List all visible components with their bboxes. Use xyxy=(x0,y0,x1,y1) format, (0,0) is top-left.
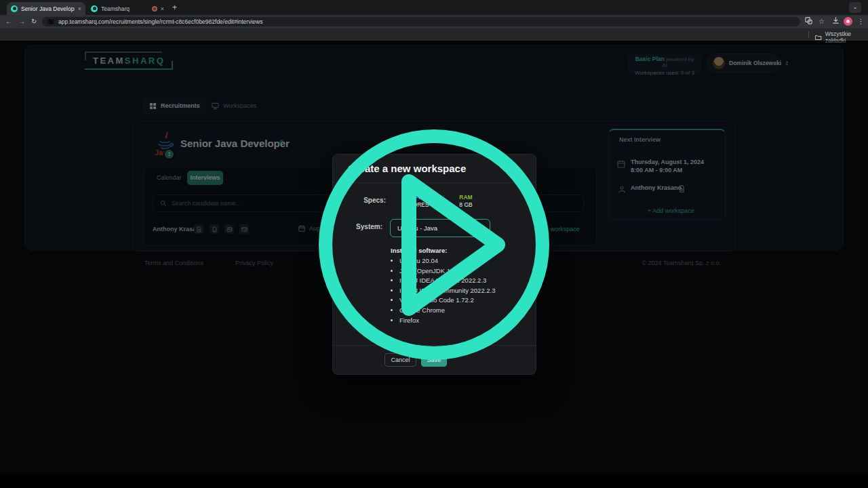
url-text: app.teamsharq.com/recruitments/single/rc… xyxy=(58,18,262,25)
cpu-spec: CPU 2 CORES xyxy=(397,194,435,209)
divider xyxy=(333,345,536,346)
system-select[interactable]: Ubuntu - Java ▾ xyxy=(390,219,490,237)
download-icon[interactable] xyxy=(831,17,840,26)
chevron-down-icon: ▾ xyxy=(480,225,483,231)
divider xyxy=(443,195,444,209)
browser-tab-active[interactable]: Senior Java Developer | Team × xyxy=(7,2,85,15)
recording-indicator-icon xyxy=(152,6,157,12)
divider xyxy=(333,182,536,183)
site-info-icon[interactable] xyxy=(47,18,54,25)
reload-icon[interactable]: ↻ xyxy=(31,17,37,26)
ram-value: 8 GB xyxy=(459,201,472,208)
ram-label: RAM xyxy=(447,194,485,201)
tab-close-icon[interactable]: × xyxy=(78,5,81,12)
system-label: System: xyxy=(342,223,382,230)
browser-toolbar: ← → ↻ app.teamsharq.com/recruitments/sin… xyxy=(0,15,868,28)
url-bar[interactable]: app.teamsharq.com/recruitments/single/rc… xyxy=(42,17,800,26)
software-list: Ubuntu 20.04Java (OpenJDK 17.0.4)Intelli… xyxy=(391,256,496,325)
software-list-title: Installed software: xyxy=(391,247,447,254)
teamsharq-favicon-icon xyxy=(91,5,98,12)
bookmarks-bar: Wszystkie zakładki xyxy=(0,28,868,41)
bookmark-star-icon[interactable]: ☆ xyxy=(817,17,826,26)
cancel-button[interactable]: Cancel xyxy=(384,353,416,367)
bottom-black-bar xyxy=(0,474,868,488)
tab-title: Teamsharq xyxy=(101,5,149,12)
cpu-value: 2 CORES xyxy=(403,201,429,208)
back-icon[interactable]: ← xyxy=(5,17,12,26)
software-item: Google Chrome xyxy=(399,306,496,316)
create-workspace-modal: Create a new workspace Specs: CPU 2 CORE… xyxy=(332,154,536,375)
modal-title: Create a new workspace xyxy=(348,163,466,174)
software-item: IntelliJ IDEA Ultimate 2022.2.3 xyxy=(399,276,496,286)
cpu-label: CPU xyxy=(397,194,435,201)
software-item: IntelliJ IDEA Community 2022.2.3 xyxy=(399,286,496,296)
software-item: Firefox xyxy=(399,316,496,326)
teamsharq-favicon-icon xyxy=(11,5,18,12)
browser-profile-avatar[interactable] xyxy=(844,17,852,26)
software-item: Visual Studio Code 1.72.2 xyxy=(399,296,496,306)
tab-title: Senior Java Developer | Team xyxy=(21,5,75,12)
translate-icon[interactable] xyxy=(804,17,813,26)
software-item: Java (OpenJDK 17.0.4) xyxy=(399,266,496,277)
browser-tab-teamsharq[interactable]: Teamsharq × xyxy=(87,2,168,15)
tab-close-icon[interactable]: × xyxy=(161,5,164,12)
folder-icon xyxy=(815,35,822,41)
browser-tab-strip: Senior Java Developer | Team × Teamsharq… xyxy=(0,0,868,15)
save-button[interactable]: Save xyxy=(421,353,447,367)
software-item: Ubuntu 20.04 xyxy=(399,256,496,266)
ram-spec: RAM 8 GB xyxy=(447,194,485,209)
browser-menu-icon[interactable]: ⋮ xyxy=(856,17,865,26)
new-tab-button[interactable]: + xyxy=(172,3,177,12)
window-chevron-icon[interactable]: ⌄ xyxy=(849,2,861,13)
specs-label: Specs: xyxy=(345,197,386,204)
forward-icon[interactable]: → xyxy=(18,17,25,26)
bookmarks-separator xyxy=(808,31,809,38)
system-selected-value: Ubuntu - Java xyxy=(397,224,437,232)
